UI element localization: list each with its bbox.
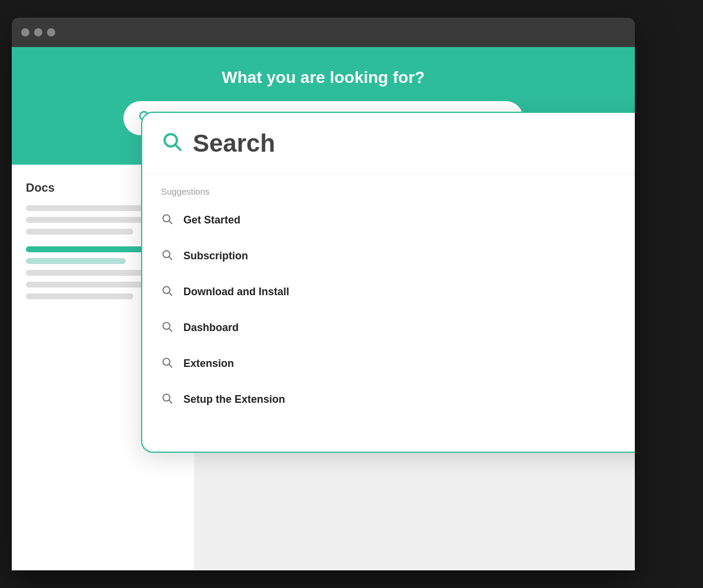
search-box-text: Search	[193, 129, 275, 158]
suggestions-label: Suggestions	[142, 175, 635, 202]
sidebar-line	[26, 217, 157, 223]
suggestion-item-extension[interactable]: Extension	[142, 346, 635, 382]
close-button[interactable]	[21, 28, 29, 36]
suggestion-item-get-started[interactable]: Get Started	[142, 202, 635, 238]
search-icon	[161, 320, 173, 335]
sidebar-line	[26, 293, 133, 299]
maximize-button[interactable]	[47, 28, 55, 36]
suggestion-label: Setup the Extension	[183, 393, 635, 406]
search-dropdown: Search Suggestions Get Started	[141, 112, 635, 453]
suggestion-item-setup-the-extension[interactable]: Setup the Extension	[142, 382, 635, 417]
minimize-button[interactable]	[34, 28, 42, 36]
suggestion-label: Subscription	[183, 250, 635, 262]
suggestion-label: Dashboard	[183, 322, 635, 334]
browser-window: What you are looking for? Docs	[12, 18, 635, 570]
sidebar-line	[26, 270, 157, 276]
svg-line-3	[176, 145, 180, 150]
search-icon	[161, 213, 173, 228]
search-icon	[161, 356, 173, 371]
search-icon	[161, 249, 173, 263]
hero-title: What you are looking for?	[12, 68, 635, 87]
main-content: Docs	[12, 165, 635, 570]
sidebar-line-active	[26, 246, 149, 252]
search-box-icon	[161, 131, 182, 156]
suggestion-item-dashboard[interactable]: Dashboard	[142, 310, 635, 346]
search-box-active[interactable]: Search	[142, 113, 635, 175]
svg-line-17	[169, 365, 172, 368]
sidebar-line	[26, 229, 133, 235]
svg-line-5	[169, 221, 172, 224]
suggestion-item-subscription[interactable]: Subscription	[142, 238, 635, 274]
suggestion-label: Extension	[183, 358, 635, 370]
suggestion-item-download-and-install[interactable]: Download and Install	[142, 274, 635, 310]
suggestion-label: Get Started	[183, 214, 635, 226]
svg-line-11	[169, 293, 172, 296]
suggestion-label: Download and Install	[183, 286, 635, 298]
svg-line-14	[169, 329, 172, 332]
sidebar-line-sub	[26, 258, 126, 264]
title-bar	[12, 18, 635, 47]
svg-line-8	[169, 257, 172, 260]
svg-line-20	[169, 400, 172, 403]
search-icon	[161, 285, 173, 299]
search-icon	[161, 392, 173, 407]
